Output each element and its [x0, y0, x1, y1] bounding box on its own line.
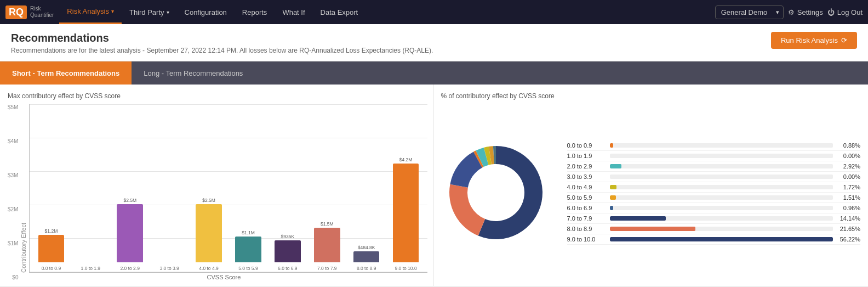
logout-button[interactable]: ⏻ Log Out — [827, 8, 863, 16]
legend-range-label: 5.0 to 5.9 — [567, 194, 606, 201]
donut-segment — [449, 184, 485, 235]
bar-rect — [275, 240, 301, 262]
bar-value-label: $2.5M — [123, 198, 136, 203]
run-risk-analysis-button[interactable]: Run Risk Analysis ⟳ — [771, 32, 857, 49]
bar-group: $1.5M7.0 to 7.9 — [308, 221, 346, 272]
nav-item-third-party[interactable]: Third Party ▾ — [122, 0, 177, 24]
legend-range-label: 3.0 to 3.9 — [567, 173, 606, 180]
tab-short-term[interactable]: Short - Term Recommendations — [0, 61, 132, 85]
bar-x-label: 1.0 to 1.9 — [81, 266, 100, 271]
legend-bar-wrap — [610, 237, 833, 241]
nav-right: General Demo ⚙ Settings ⏻ Log Out — [715, 5, 863, 19]
legend-bar-wrap — [610, 206, 833, 210]
legend-pct-value: 1.72% — [837, 184, 860, 190]
y-label: $5M — [8, 104, 18, 110]
legend-pct-value: 0.96% — [837, 205, 860, 211]
bar-x-label: 7.0 to 7.9 — [317, 266, 336, 271]
legend-bar-wrap — [610, 216, 833, 221]
legend-range-label: 7.0 to 7.9 — [567, 215, 606, 222]
nav-item-risk-analysis[interactable]: Risk Analysis ▾ — [59, 0, 122, 24]
y-axis-labels: $5M$4M$3M$2M$1M$0 — [8, 104, 18, 280]
nav-item-what-if[interactable]: What If — [275, 0, 312, 24]
bar-group: $2.5M2.0 to 2.9 — [111, 198, 149, 272]
page-header-text: Recommendations Recommendations are for … — [11, 32, 433, 54]
bar-value-label: $1.1M — [242, 230, 255, 235]
bar-group: $2.5M4.0 to 4.9 — [190, 198, 228, 272]
page-title: Recommendations — [11, 32, 433, 44]
bar-x-label: 0.0 to 0.9 — [42, 266, 61, 271]
bar-value-label: $1.5M — [321, 221, 334, 227]
bar-x-label: 6.0 to 6.9 — [278, 266, 297, 271]
tab-long-term[interactable]: Long - Term Recommendations — [132, 61, 255, 85]
chevron-down-icon: ▾ — [111, 8, 114, 14]
bar-group: 3.0 to 3.9 — [150, 261, 189, 272]
legend-pct-value: 0.88% — [837, 142, 860, 149]
settings-button[interactable]: ⚙ Settings — [788, 8, 823, 16]
demo-selector[interactable]: General Demo — [715, 5, 784, 19]
y-axis-label: Contributory Effect — [20, 223, 27, 273]
legend-pct-value: 2.92% — [837, 163, 860, 170]
bar-group: $1.1M5.0 to 5.9 — [229, 230, 267, 272]
y-label: $2M — [8, 206, 18, 212]
donut-and-legend: 0.0 to 0.90.88%1.0 to 1.90.00%2.0 to 2.9… — [441, 104, 861, 280]
bar-rect — [393, 164, 419, 262]
legend-range-label: 6.0 to 6.9 — [567, 205, 606, 211]
logo: RQ Risk Quantifier — [5, 5, 54, 19]
legend-pct-value: 0.00% — [837, 153, 860, 159]
bar-rect — [196, 204, 222, 262]
legend-bar-wrap — [610, 164, 833, 168]
navbar: RQ Risk Quantifier Risk Analysis ▾ Third… — [0, 0, 868, 24]
main-content: Max contributory effect by CVSS score $5… — [0, 85, 868, 286]
bar-rect — [117, 204, 143, 262]
legend-bar-wrap — [610, 185, 833, 189]
legend-row: 8.0 to 8.921.65% — [567, 224, 861, 234]
y-label: $3M — [8, 172, 18, 178]
legend-row: 5.0 to 5.91.51% — [567, 193, 861, 203]
donut-chart-section: % of contributory effect by CVSS score 0… — [433, 85, 869, 286]
y-label: $0 — [8, 274, 18, 280]
legend-pct-value: 1.51% — [837, 194, 860, 201]
gear-icon: ⚙ — [788, 8, 795, 16]
donut-chart — [441, 138, 551, 247]
legend-row: 7.0 to 7.914.14% — [567, 213, 861, 224]
bar-x-label: 9.0 to 10.0 — [395, 266, 416, 271]
power-icon: ⏻ — [827, 8, 835, 16]
page-header: Recommendations Recommendations are for … — [0, 24, 868, 61]
legend-pct-value: 14.14% — [837, 215, 860, 222]
legend-bar — [610, 206, 614, 210]
bar-rect — [235, 237, 261, 262]
legend-row: 0.0 to 0.90.88% — [567, 140, 861, 151]
legend-bar — [610, 164, 621, 168]
y-label: $4M — [8, 138, 18, 144]
legend-range-label: 0.0 to 0.9 — [567, 142, 606, 149]
nav-item-data-export[interactable]: Data Export — [313, 0, 366, 24]
bar-rect — [353, 251, 380, 262]
legend-bar — [610, 143, 614, 148]
nav-item-configuration[interactable]: Configuration — [177, 0, 235, 24]
bar-columns: $1.2M0.0 to 0.91.0 to 1.9$2.5M2.0 to 2.9… — [29, 104, 427, 273]
bar-value-label: $935K — [281, 234, 295, 239]
bar-group: $484.8K8.0 to 8.9 — [347, 245, 386, 272]
spinner-icon: ⟳ — [841, 36, 847, 44]
bar-chart-area: $5M$4M$3M$2M$1M$0 Contributory Effect $1… — [8, 104, 427, 280]
donut-svg — [441, 138, 551, 247]
legend-bar-wrap — [610, 154, 833, 158]
legend-bar — [610, 195, 616, 200]
legend-row: 3.0 to 3.90.00% — [567, 172, 861, 182]
bar-value-label: $4.2M — [399, 157, 413, 162]
bar-x-label: 3.0 to 3.9 — [159, 266, 179, 271]
nav-item-reports[interactable]: Reports — [235, 0, 275, 24]
legend-bar-wrap — [610, 175, 833, 179]
bar-rect — [38, 235, 65, 262]
logo-text: Risk Quantifier — [30, 5, 54, 19]
bar-rect — [314, 228, 340, 262]
legend-table: 0.0 to 0.90.88%1.0 to 1.90.00%2.0 to 2.9… — [567, 140, 861, 245]
bar-value-label: $2.5M — [202, 198, 215, 203]
legend-pct-value: 56.22% — [837, 236, 860, 243]
legend-bar — [610, 237, 833, 241]
donut-chart-title: % of contributory effect by CVSS score — [441, 92, 861, 100]
page-subtitle: Recommendations are for the latest analy… — [11, 47, 433, 54]
legend-bar — [610, 185, 617, 189]
legend-row: 1.0 to 1.90.00% — [567, 151, 861, 161]
legend-range-label: 4.0 to 4.9 — [567, 184, 606, 190]
